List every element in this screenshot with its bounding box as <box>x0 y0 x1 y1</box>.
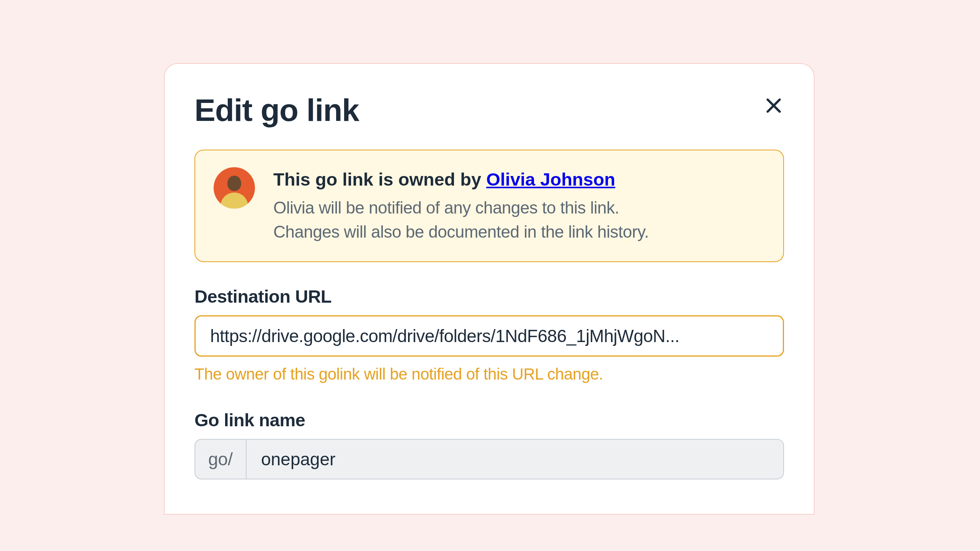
modal-title: Edit go link <box>194 95 359 126</box>
banner-title-prefix: This go link is owned by <box>273 169 486 189</box>
banner-title: This go link is owned by Olivia Johnson <box>273 167 765 191</box>
url-change-warning: The owner of this golink will be notifie… <box>194 365 784 383</box>
banner-text: This go link is owned by Olivia Johnson … <box>273 167 765 244</box>
close-button[interactable] <box>760 92 787 119</box>
banner-subtext: Olivia will be notified of any changes t… <box>273 196 765 244</box>
edit-golink-modal: Edit go link This go link is owned by Ol… <box>164 63 815 515</box>
linkname-prefix: go/ <box>195 440 247 479</box>
owner-banner: This go link is owned by Olivia Johnson … <box>194 150 784 262</box>
owner-avatar <box>214 167 255 209</box>
url-label: Destination URL <box>194 286 784 307</box>
banner-sub-line2: Changes will also be documented in the l… <box>273 222 649 241</box>
linkname-input[interactable] <box>247 440 783 479</box>
owner-link[interactable]: Olivia Johnson <box>486 169 615 189</box>
destination-url-input[interactable] <box>194 315 784 357</box>
banner-sub-line1: Olivia will be notified of any changes t… <box>273 198 619 217</box>
close-icon <box>763 95 784 116</box>
modal-header: Edit go link <box>194 95 784 126</box>
linkname-label: Go link name <box>194 409 784 430</box>
linkname-group: go/ <box>194 439 784 479</box>
